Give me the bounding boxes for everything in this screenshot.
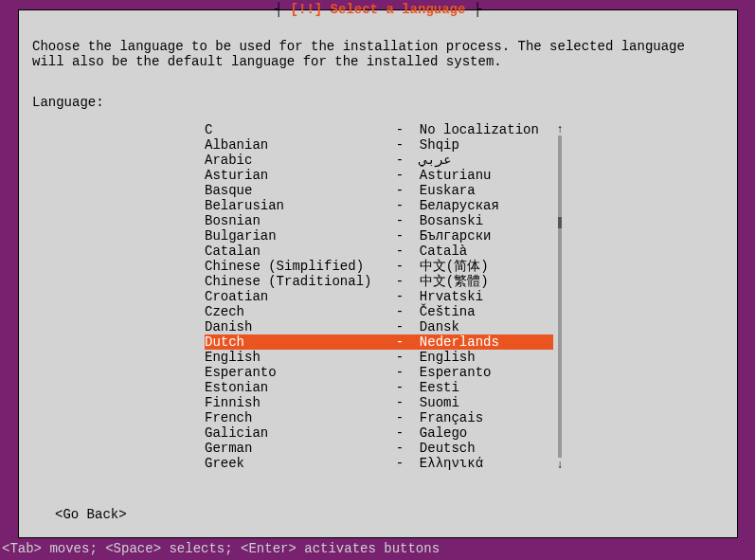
language-option[interactable]: French - Français: [205, 410, 553, 425]
scroll-down-icon[interactable]: ↓: [555, 458, 565, 473]
language-option[interactable]: Belarusian - Беларуская: [205, 198, 553, 213]
language-option[interactable]: German - Deutsch: [205, 441, 553, 456]
language-option[interactable]: Greek - Ελληνικά: [205, 456, 553, 471]
dialog-description: Choose the language to be used for the i…: [32, 39, 724, 69]
language-option[interactable]: Esperanto - Esperanto: [205, 365, 553, 380]
scroll-thumb[interactable]: [558, 217, 562, 228]
language-option[interactable]: Estonian - Eesti: [205, 380, 553, 395]
language-dialog: ┤ [!!] Select a language ├ Choose the la…: [18, 9, 738, 538]
language-option[interactable]: Albanian - Shqip: [205, 137, 553, 153]
language-option[interactable]: English - English: [205, 350, 553, 365]
language-option[interactable]: Chinese (Simplified) - 中文(简体): [205, 259, 553, 274]
scroll-track[interactable]: [558, 228, 562, 458]
language-list[interactable]: C - No localizationAlbanian - ShqipArabi…: [205, 122, 553, 471]
language-option[interactable]: Chinese (Traditional) - 中文(繁體): [205, 274, 553, 289]
language-option[interactable]: Catalan - Català: [205, 244, 553, 259]
language-option[interactable]: Asturian - Asturianu: [205, 168, 553, 183]
language-option[interactable]: Danish - Dansk: [205, 319, 553, 334]
language-option[interactable]: Finnish - Suomi: [205, 395, 553, 410]
language-option[interactable]: Czech - Čeština: [205, 304, 553, 319]
footer-hint: <Tab> moves; <Space> selects; <Enter> ac…: [2, 541, 440, 556]
language-label: Language:: [32, 95, 104, 110]
language-option[interactable]: Dutch - Nederlands: [205, 334, 553, 350]
language-option[interactable]: Bosnian - Bosanski: [205, 213, 553, 228]
language-option[interactable]: Basque - Euskara: [205, 183, 553, 198]
language-option[interactable]: Bulgarian - Български: [205, 228, 553, 244]
language-option[interactable]: Croatian - Hrvatski: [205, 289, 553, 304]
scrollbar[interactable]: ↑ ↓: [555, 122, 565, 501]
go-back-button[interactable]: <Go Back>: [55, 507, 127, 522]
language-option[interactable]: C - No localization: [205, 122, 553, 137]
language-option[interactable]: Galician - Galego: [205, 425, 553, 441]
language-option[interactable]: Arabic - عربي: [205, 153, 553, 168]
dialog-title: ┤ [!!] Select a language ├: [19, 2, 737, 17]
scroll-track[interactable]: [558, 135, 562, 217]
